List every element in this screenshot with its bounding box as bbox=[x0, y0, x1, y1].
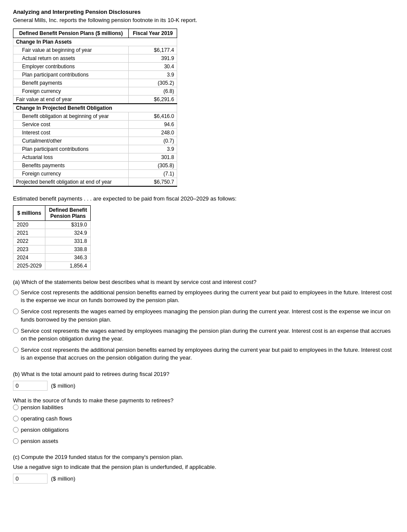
table-row: Plan participant contributions 3.9 bbox=[13, 71, 177, 79]
question-a-option-4-text: Service cost represents the additional p… bbox=[21, 346, 394, 362]
question-b-input[interactable] bbox=[13, 381, 48, 391]
benefit-value: 324.9 bbox=[45, 229, 91, 237]
benefit-value: 1,856.4 bbox=[45, 262, 91, 270]
question-a-option-3-text: Service cost represents the wages earned… bbox=[21, 327, 394, 343]
benefit-table-header-col2: Defined Benefit Pension Plans bbox=[45, 206, 91, 221]
table-row: Employer contributions 30.4 bbox=[13, 63, 177, 71]
row-value: $6,416.0 bbox=[129, 112, 177, 121]
row-label: Foreign currency bbox=[13, 87, 129, 96]
benefit-payments-table: $ millions Defined Benefit Pension Plans… bbox=[13, 205, 91, 270]
row-label: Fair value at beginning of year bbox=[13, 46, 129, 54]
row-value: 3.9 bbox=[129, 71, 177, 79]
table-row: Interest cost 248.0 bbox=[13, 129, 177, 137]
question-c-label1: (c) Compute the 2019 funded status for t… bbox=[13, 454, 394, 460]
question-b-source-option-1-text: pension liabilities bbox=[21, 404, 63, 411]
row-value: (6.8) bbox=[129, 87, 177, 96]
question-b-source-option-3[interactable]: pension obligations bbox=[13, 426, 394, 434]
question-b-source-option-4[interactable]: pension assets bbox=[13, 437, 394, 445]
total-label: Fair value at end of year bbox=[13, 96, 129, 104]
row-label: Foreign currency bbox=[13, 170, 129, 178]
row-label: Actuarial loss bbox=[13, 153, 129, 162]
row-value: (7.1) bbox=[129, 170, 177, 178]
table-row: Fair value at beginning of year $6,177.4 bbox=[13, 46, 177, 54]
total-label: Projected benefit obligation at end of y… bbox=[13, 178, 129, 187]
row-value: $6,177.4 bbox=[129, 46, 177, 54]
question-b-source-option-2-text: operating cash flows bbox=[21, 415, 72, 423]
benefit-year: 2024 bbox=[13, 254, 45, 262]
benefit-value: $319.0 bbox=[45, 221, 91, 229]
benefit-table-row: 2020 $319.0 bbox=[13, 221, 91, 229]
question-c-block: (c) Compute the 2019 funded status for t… bbox=[13, 454, 394, 484]
benefit-year: 2020 bbox=[13, 221, 45, 229]
table-row: Actuarial loss 301.8 bbox=[13, 153, 177, 162]
question-a-option-1-text: Service cost represents the additional p… bbox=[21, 289, 394, 304]
plan-assets-label: Change In Plan Assets bbox=[13, 38, 177, 46]
table-row: Curtailment/other (0.7) bbox=[13, 137, 177, 145]
benefit-year: 2025-2029 bbox=[13, 262, 45, 270]
pension-table-header-col1: Defined Benefit Pension Plans ($ million… bbox=[13, 29, 129, 38]
table-row: Foreign currency (7.1) bbox=[13, 170, 177, 178]
question-b-source-radio-3[interactable] bbox=[13, 427, 19, 433]
pension-table: Defined Benefit Pension Plans ($ million… bbox=[13, 29, 177, 187]
question-a-option-2[interactable]: Service cost represents the wages earned… bbox=[13, 308, 394, 323]
question-c-input[interactable] bbox=[13, 474, 48, 484]
question-a-label: (a) Which of the statements below best d… bbox=[13, 279, 394, 285]
question-b-source-radio-1[interactable] bbox=[13, 405, 19, 410]
question-a-option-4[interactable]: Service cost represents the additional p… bbox=[13, 346, 394, 362]
table-row: Benefits payments (305.8) bbox=[13, 162, 177, 170]
subtitle: General Mills, Inc. reports the followin… bbox=[13, 17, 394, 23]
estimated-text: Estimated benefit payments . . . are exp… bbox=[13, 195, 394, 202]
row-label: Interest cost bbox=[13, 129, 129, 137]
benefit-value: 338.8 bbox=[45, 245, 91, 254]
benefit-obligation-section-header: Change In Projected Benefit Obligation bbox=[13, 104, 177, 112]
benefit-table-row: 2022 331.8 bbox=[13, 237, 91, 245]
question-b-unit: ($ million) bbox=[51, 382, 75, 389]
question-a-radio-4[interactable] bbox=[13, 347, 19, 353]
benefit-obligation-label: Change In Projected Benefit Obligation bbox=[13, 104, 177, 112]
question-b-block: (b) What is the total amount paid to ret… bbox=[13, 371, 394, 446]
question-b-source-radio-2[interactable] bbox=[13, 416, 19, 421]
benefit-value: 346.3 bbox=[45, 254, 91, 262]
question-b-source-option-3-text: pension obligations bbox=[21, 426, 69, 434]
question-b-label: (b) What is the total amount paid to ret… bbox=[13, 371, 394, 377]
question-b-source-option-4-text: pension assets bbox=[21, 437, 58, 445]
benefit-year: 2021 bbox=[13, 229, 45, 237]
row-label: Service cost bbox=[13, 121, 129, 129]
benefit-table-header-col1: $ millions bbox=[13, 206, 45, 221]
total-value: $6,750.7 bbox=[129, 178, 177, 187]
row-label: Benefit payments bbox=[13, 79, 129, 87]
question-a-option-1[interactable]: Service cost represents the additional p… bbox=[13, 289, 394, 304]
question-a-option-2-text: Service cost represents the wages earned… bbox=[21, 308, 394, 323]
row-value: 3.9 bbox=[129, 145, 177, 153]
page-title: Analyzing and Interpreting Pension Discl… bbox=[13, 9, 394, 15]
row-value: 94.6 bbox=[129, 121, 177, 129]
row-value: 301.8 bbox=[129, 153, 177, 162]
benefit-table-row: 2023 338.8 bbox=[13, 245, 91, 254]
question-b-source-radio-4[interactable] bbox=[13, 438, 19, 444]
benefit-table-row: 2025-2029 1,856.4 bbox=[13, 262, 91, 270]
table-row: Plan participant contributions 3.9 bbox=[13, 145, 177, 153]
question-c-input-row: ($ million) bbox=[13, 474, 394, 484]
row-value: 391.9 bbox=[129, 54, 177, 63]
row-label: Plan participant contributions bbox=[13, 145, 129, 153]
question-a-radio-1[interactable] bbox=[13, 290, 19, 295]
table-row: Actual return on assets 391.9 bbox=[13, 54, 177, 63]
question-b-source-option-1[interactable]: pension liabilities bbox=[13, 404, 394, 411]
benefit-year: 2023 bbox=[13, 245, 45, 254]
question-b-input-row: ($ million) bbox=[13, 381, 394, 391]
row-label: Actual return on assets bbox=[13, 54, 129, 63]
question-a-radio-2[interactable] bbox=[13, 309, 19, 314]
plan-assets-section-header: Change In Plan Assets bbox=[13, 38, 177, 46]
row-value: 30.4 bbox=[129, 63, 177, 71]
source-label: What is the source of funds to make thes… bbox=[13, 397, 394, 404]
question-a-option-3[interactable]: Service cost represents the wages earned… bbox=[13, 327, 394, 343]
question-a-radio-3[interactable] bbox=[13, 328, 19, 334]
row-value: 248.0 bbox=[129, 129, 177, 137]
benefit-value: 331.8 bbox=[45, 237, 91, 245]
row-label: Plan participant contributions bbox=[13, 71, 129, 79]
table-row: Service cost 94.6 bbox=[13, 121, 177, 129]
benefit-table-row: 2021 324.9 bbox=[13, 229, 91, 237]
benefit-obligation-total-row: Projected benefit obligation at end of y… bbox=[13, 178, 177, 187]
table-row: Foreign currency (6.8) bbox=[13, 87, 177, 96]
question-b-source-option-2[interactable]: operating cash flows bbox=[13, 415, 394, 423]
